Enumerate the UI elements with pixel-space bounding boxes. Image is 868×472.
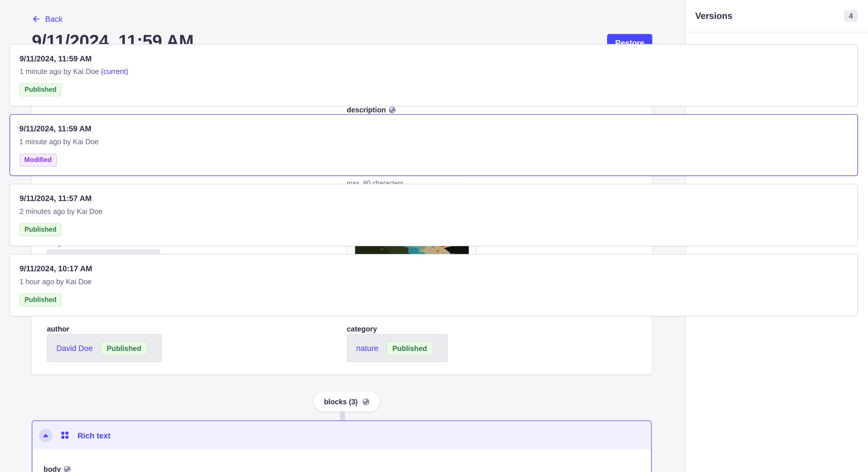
blocks-pill-label: blocks (3): [324, 398, 358, 406]
blocks-field-pill: blocks (3): [314, 392, 379, 411]
version-meta-text: 1 hour ago by Kai Doe: [20, 277, 92, 285]
chevron-up-icon: [43, 434, 49, 437]
category-relation-box: nature Published: [347, 334, 448, 362]
body-label-text: body: [43, 465, 61, 472]
version-meta: 2 minutes ago by Kai Doe: [20, 207, 848, 215]
version-card[interactable]: 9/11/2024, 11:59 AM 1 minute ago by Kai …: [9, 114, 858, 176]
version-current-label: (current): [99, 67, 128, 76]
back-arrow-icon: [32, 14, 41, 23]
versions-count-badge: 4: [844, 10, 858, 22]
version-meta: 1 minute ago by Kai Doe: [19, 137, 848, 146]
blocks-connector-line: [340, 411, 345, 421]
version-list: 9/11/2024, 11:59 AM 1 minute ago by Kai …: [9, 44, 858, 316]
rich-text-block-body: body: [32, 449, 651, 472]
globe-icon: [64, 466, 71, 472]
version-meta: 1 hour ago by Kai Doe: [20, 277, 848, 285]
version-date: 9/11/2024, 11:59 AM: [19, 124, 848, 133]
back-link[interactable]: Back: [32, 14, 63, 23]
rich-text-block: Rich text body: [32, 420, 652, 472]
version-meta: 1 minute ago by Kai Doe (current): [20, 67, 848, 76]
category-field-label: category: [347, 325, 377, 333]
version-status-badge: Published: [20, 83, 61, 96]
version-meta-text: 1 minute ago by Kai Doe: [19, 137, 99, 146]
back-label: Back: [45, 14, 62, 23]
version-meta-text: 1 minute ago by Kai Doe: [20, 67, 99, 76]
version-date: 9/11/2024, 11:57 AM: [20, 194, 848, 203]
component-grid-icon: [61, 432, 69, 439]
author-relation-box: David Doe Published: [47, 334, 162, 362]
collapse-toggle-button[interactable]: [39, 429, 53, 442]
versions-title: Versions: [695, 11, 733, 21]
rich-text-block-title: Rich text: [78, 431, 111, 440]
versions-sidebar-header: Versions 4: [686, 0, 868, 32]
version-card[interactable]: 9/11/2024, 11:57 AM 2 minutes ago by Kai…: [9, 184, 858, 246]
rich-text-block-header: Rich text: [32, 421, 651, 449]
author-relation-link[interactable]: David Doe: [56, 343, 93, 352]
category-status-badge: Published: [386, 341, 433, 355]
body-field-label: body: [43, 465, 640, 472]
version-date: 9/11/2024, 10:17 AM: [20, 264, 848, 273]
globe-icon: [362, 398, 369, 405]
version-date: 9/11/2024, 11:59 AM: [20, 54, 848, 63]
version-status-badge: Published: [20, 294, 61, 307]
version-card[interactable]: 9/11/2024, 11:59 AM 1 minute ago by Kai …: [9, 44, 858, 106]
author-status-badge: Published: [100, 341, 147, 355]
version-meta-text: 2 minutes ago by Kai Doe: [20, 207, 102, 215]
version-status-badge: Published: [20, 224, 61, 236]
history-page: Back 9/11/2024, 11:59 AM This shrimp is …: [0, 0, 868, 472]
version-status-badge: Modified: [19, 154, 57, 166]
author-field-label: author: [47, 325, 69, 333]
version-card[interactable]: 9/11/2024, 10:17 AM 1 hour ago by Kai Do…: [9, 254, 858, 316]
category-relation-link[interactable]: nature: [356, 343, 378, 352]
